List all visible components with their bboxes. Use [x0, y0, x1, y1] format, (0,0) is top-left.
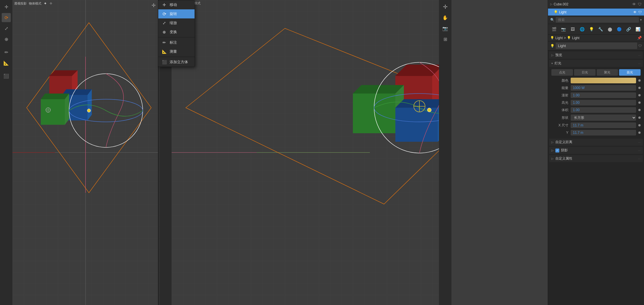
move-icon: ✛ [162, 2, 167, 7]
specular-value[interactable]: 1.00 [571, 100, 636, 105]
light-icon-small: 💡 [554, 10, 558, 14]
color-swatch[interactable] [571, 78, 636, 83]
section-light-content: 点光 日光 聚光 面光 颜色 能量 1000 W [549, 67, 643, 137]
svg-marker-14 [65, 94, 69, 125]
props-search-input[interactable] [556, 17, 639, 23]
size-x-value[interactable]: 11.7 m [571, 122, 636, 128]
zoom-in-left[interactable]: ✛ [152, 2, 156, 9]
svg-rect-6 [49, 76, 72, 101]
toolbar-icon-measure[interactable]: 📐 [2, 58, 11, 67]
section-light: ▾ 灯光 ··· 点光 日光 聚光 面光 颜色 [549, 60, 643, 137]
toolbar-r-hand2[interactable]: ✋ [441, 13, 450, 22]
section-custom-distance-header[interactable]: ▷ 自定义距离 ··· [549, 139, 643, 146]
search-icon: 🔍 [550, 18, 555, 22]
shading-left[interactable]: ✧ [49, 1, 53, 6]
diffuse-keyframe-dot[interactable] [638, 94, 641, 96]
menu-item-transform[interactable]: ⊕ 变换 [158, 27, 195, 37]
volume-keyframe-dot[interactable] [638, 109, 641, 111]
menu-item-rotate[interactable]: ⟳ 旋转 [158, 9, 195, 18]
section-light-header[interactable]: ▾ 灯光 ··· [549, 60, 643, 67]
shape-select[interactable]: 长方形 正方形 圆形 椭圆形 [571, 115, 636, 121]
mode-left[interactable]: 物体模式 [29, 1, 41, 6]
light-type-point[interactable]: 点光 [551, 69, 573, 76]
svg-marker-11 [88, 89, 92, 120]
preview-expand-icon: ▷ [551, 54, 554, 57]
menu-item-move[interactable]: ✛ 移动 [158, 0, 195, 9]
toolbar-icon-scale[interactable]: ⤢ [2, 24, 11, 33]
light-eye-icon[interactable]: 👁 [633, 10, 637, 14]
custom-distance-label: 自定义距离 [555, 140, 572, 145]
prop-icon-physics[interactable]: 🔵 [615, 25, 623, 33]
breadcrumb-icon2: 💡 [567, 36, 571, 40]
render-visibility-icon[interactable]: 🛡 [638, 2, 642, 7]
size-x-label: X 尺寸 [551, 123, 568, 128]
energy-value[interactable]: 1000 W [571, 85, 636, 91]
shield-icon[interactable]: 🛡 [638, 44, 642, 48]
overlay-left[interactable]: ✦ [44, 1, 47, 6]
toolbar-icon-annotate[interactable]: ✏ [2, 48, 11, 57]
light-shield-icon[interactable]: 🛡 [638, 10, 642, 14]
view-type-left[interactable]: 透视投影 [14, 1, 27, 6]
section-shadow-header[interactable]: ▷ ✓ 阴影 ··· [549, 147, 643, 154]
section-shadow: ▷ ✓ 阴影 ··· [549, 147, 643, 154]
toolbar-r-grid2[interactable]: ⊞ [441, 35, 450, 44]
prop-icon-render[interactable]: 📷 [560, 25, 567, 33]
light-type-sun[interactable]: 日光 [574, 69, 596, 76]
outliner-expand-icon[interactable]: ▷ [550, 3, 553, 6]
prop-row-energy: 能量 1000 W [551, 84, 641, 92]
prop-row-shape: 形状 长方形 正方形 圆形 椭圆形 [551, 114, 641, 122]
prop-icon-constraints[interactable]: 🔗 [625, 25, 632, 33]
prop-icon-data[interactable]: 📊 [634, 25, 642, 33]
section-custom-props-header[interactable]: ▷ 自定义属性 ··· [549, 155, 643, 162]
menu-item-annotate[interactable]: ✏ 标注 [158, 38, 195, 47]
left-viewport-canvas [12, 0, 158, 305]
custom-props-dots: ··· [638, 157, 641, 160]
prop-icon-view[interactable]: 🌐 [578, 25, 586, 33]
svg-point-17 [87, 109, 91, 112]
prop-icon-scene[interactable]: 🎬 [550, 25, 558, 33]
toolbar-icon-transform[interactable]: ⊕ [2, 35, 11, 44]
props-search-expand[interactable]: ▾ [640, 18, 642, 22]
toolbar-icon-add[interactable]: ⬛ [2, 71, 11, 81]
menu-item-measure[interactable]: 📐 测量 [158, 47, 195, 56]
light-type-spot[interactable]: 聚光 [597, 69, 618, 76]
size-y-keyframe-dot[interactable] [638, 132, 641, 134]
volume-value[interactable]: 1.00 [571, 107, 636, 113]
svg-marker-27 [395, 65, 443, 76]
size-y-value[interactable]: 11.7 m [571, 130, 636, 135]
toolbar-icon-rotate[interactable]: ⟳ [2, 13, 11, 22]
visibility-icon[interactable]: 👁 [632, 2, 636, 7]
energy-keyframe-dot[interactable] [638, 87, 641, 89]
color-keyframe-dot[interactable] [638, 79, 641, 82]
prop-icon-output[interactable]: 🖼 [569, 25, 577, 33]
menu-item-add-cube[interactable]: ⬛ 添加立方体 [158, 58, 195, 67]
pin-icon[interactable]: 📌 [637, 36, 642, 40]
light-section-label: 灯光 [555, 61, 561, 66]
shadow-checkbox[interactable]: ✓ [555, 149, 559, 152]
object-name-input[interactable] [556, 43, 637, 49]
size-x-keyframe-dot[interactable] [638, 124, 641, 126]
toolbar-r-plus[interactable]: ✛ [441, 2, 450, 11]
section-preview-header[interactable]: ▷ 预览 ··· [549, 52, 643, 59]
right-viewport-right-toolbar: ✛ ✋ 📷 ⊞ [439, 0, 451, 305]
breadcrumb-light1[interactable]: Light [555, 36, 563, 40]
outliner-item-light[interactable]: Light [559, 10, 566, 14]
menu-item-scale[interactable]: ⤢ 缩放 [158, 18, 195, 27]
svg-rect-32 [395, 108, 438, 142]
prop-icon-particles[interactable]: ⬤ [606, 25, 614, 33]
toolbar-icon-move[interactable]: ✛ [2, 2, 11, 11]
svg-marker-8 [72, 70, 78, 101]
breadcrumb-light2[interactable]: Light [572, 36, 579, 40]
toolbar-r-cam2[interactable]: 📷 [441, 24, 450, 33]
light-type-area[interactable]: 面光 [619, 69, 641, 76]
scale-icon: ⤢ [162, 20, 167, 26]
prop-icon-modifier[interactable]: 🔧 [597, 25, 605, 33]
specular-keyframe-dot[interactable] [638, 101, 641, 104]
svg-marker-31 [395, 85, 404, 133]
props-icons-bar: 🎬 📷 🖼 🌐 💡 🔧 ⬤ 🔵 🔗 📊 [548, 24, 644, 35]
shape-keyframe-dot[interactable] [638, 117, 641, 119]
prop-icon-object[interactable]: 💡 [588, 25, 595, 33]
diffuse-value[interactable]: 1.00 [571, 92, 636, 98]
outliner-item-cube[interactable]: Cube.002 [554, 2, 568, 6]
measure-icon: 📐 [162, 49, 167, 54]
